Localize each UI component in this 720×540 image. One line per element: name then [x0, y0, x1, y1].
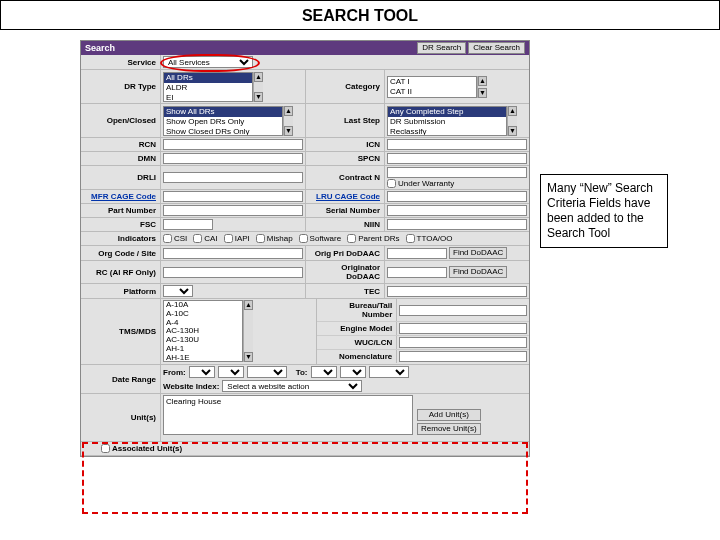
label-rc: RC (Al RF Only) [81, 261, 161, 283]
units-textarea[interactable]: Clearing House [163, 395, 413, 435]
search-panel: Search DR Search Clear Search Service Al… [80, 40, 530, 457]
label-service: Service [81, 55, 161, 69]
cai-checkbox[interactable]: CAI [193, 234, 217, 243]
scroll-down-icon[interactable]: ▼ [254, 92, 263, 102]
scroll-down-icon[interactable]: ▼ [508, 126, 517, 136]
dmn-input[interactable] [163, 153, 303, 164]
label-indicators: Indicators [81, 232, 161, 245]
software-checkbox[interactable]: Software [299, 234, 342, 243]
label-rcn: RCN [81, 138, 161, 151]
engine-model-input[interactable] [399, 323, 527, 334]
row-rc: RC (Al RF Only) Originator DoDAAC Find D… [81, 261, 529, 284]
under-warranty-checkbox[interactable]: Under Warranty [387, 179, 454, 188]
fsc-input[interactable] [163, 219, 213, 230]
label-mfr-cage[interactable]: MFR CAGE Code [81, 190, 161, 203]
ttoa-oo-checkbox[interactable]: TTOA/OO [406, 234, 453, 243]
label-bureau-tail: Bureau/Tail Number [317, 299, 397, 321]
to-year[interactable] [369, 366, 409, 378]
orig-pri-dodaac-input[interactable] [387, 248, 447, 259]
callout-text: Many “New” Search Criteria Fields have b… [547, 181, 653, 240]
rc-input[interactable] [163, 267, 303, 278]
iapi-checkbox[interactable]: IAPI [224, 234, 250, 243]
label-category: Category [305, 70, 385, 103]
label-serial-number: Serial Number [305, 204, 385, 217]
wuc-lcn-input[interactable] [399, 337, 527, 348]
platform-select[interactable] [163, 285, 193, 297]
niin-input[interactable] [387, 219, 527, 230]
rcn-input[interactable] [163, 139, 303, 150]
bureau-tail-input[interactable] [399, 305, 527, 316]
label-drli: DRLI [81, 166, 161, 189]
find-dodaac-button[interactable]: Find DoDAAC [449, 247, 507, 259]
originator-dodaac-input[interactable] [387, 267, 447, 278]
row-rcn-icn: RCN ICN [81, 138, 529, 152]
row-service: Service All Services [81, 55, 529, 70]
label-engine-model: Engine Model [317, 322, 397, 335]
label-from: From: [163, 368, 186, 377]
scroll-up-icon[interactable]: ▲ [284, 106, 293, 116]
dr-type-listbox[interactable]: All DRs ALDR EI [163, 72, 253, 102]
page-title: SEARCH TOOL [302, 7, 418, 24]
lru-cage-input[interactable] [387, 191, 527, 202]
category-listbox[interactable]: CAT I CAT II [387, 76, 477, 98]
scroll-up-icon[interactable]: ▲ [244, 300, 253, 310]
part-number-input[interactable] [163, 205, 303, 216]
mfr-cage-input[interactable] [163, 191, 303, 202]
nomenclature-input[interactable] [399, 351, 527, 362]
panel-header: Search DR Search Clear Search [81, 41, 529, 55]
scroll-up-icon[interactable]: ▲ [254, 72, 263, 82]
csi-checkbox[interactable]: CSI [163, 234, 187, 243]
label-platform: Platform [81, 284, 161, 298]
dr-search-button[interactable]: DR Search [417, 42, 466, 54]
callout-box: Many “New” Search Criteria Fields have b… [540, 174, 668, 248]
row-associated-units: Associated Unit(s) [81, 442, 529, 456]
label-dmn: DMN [81, 152, 161, 165]
clear-search-button[interactable]: Clear Search [468, 42, 525, 54]
to-month[interactable] [311, 366, 337, 378]
label-to: To: [296, 368, 308, 377]
service-select[interactable]: All Services [163, 56, 253, 68]
title-bar: SEARCH TOOL [0, 0, 720, 30]
label-contract-n: Contract N [305, 166, 385, 189]
label-icn: ICN [305, 138, 385, 151]
label-lru-cage[interactable]: LRU CAGE Code [305, 190, 385, 203]
row-platform-tec: Platform TEC [81, 284, 529, 299]
mishap-checkbox[interactable]: Mishap [256, 234, 293, 243]
contract-n-input[interactable] [387, 167, 527, 178]
from-month[interactable] [189, 366, 215, 378]
scroll-up-icon[interactable]: ▲ [508, 106, 517, 116]
scroll-up-icon[interactable]: ▲ [478, 76, 487, 86]
open-closed-listbox[interactable]: Show All DRs Show Open DRs Only Show Clo… [163, 106, 283, 136]
label-last-step: Last Step [305, 104, 385, 137]
serial-number-input[interactable] [387, 205, 527, 216]
row-indicators: Indicators CSI CAI IAPI Mishap Software … [81, 232, 529, 246]
parent-drs-checkbox[interactable]: Parent DRs [347, 234, 399, 243]
spcn-input[interactable] [387, 153, 527, 164]
row-cage: MFR CAGE Code LRU CAGE Code [81, 190, 529, 204]
last-step-listbox[interactable]: Any Completed Step DR Submission Reclass… [387, 106, 507, 136]
scroll-down-icon[interactable]: ▼ [478, 88, 487, 98]
tec-input[interactable] [387, 286, 527, 297]
website-action-select[interactable]: Select a website action [222, 380, 362, 392]
tms-listbox[interactable]: A-10A A-10C A-4 AC-130H AC-130U AH-1 AH-… [163, 300, 243, 362]
drli-input[interactable] [163, 172, 303, 183]
from-year[interactable] [247, 366, 287, 378]
remove-units-button[interactable]: Remove Unit(s) [417, 423, 481, 435]
label-tec: TEC [305, 284, 385, 298]
label-niin: NIIN [305, 218, 385, 231]
org-code-input[interactable] [163, 248, 303, 259]
from-day[interactable] [218, 366, 244, 378]
icn-input[interactable] [387, 139, 527, 150]
row-tmsmds: TMS/MDS A-10A A-10C A-4 AC-130H AC-130U … [81, 299, 529, 365]
find-dodaac-button-2[interactable]: Find DoDAAC [449, 266, 507, 278]
scroll-down-icon[interactable]: ▼ [244, 352, 253, 362]
label-units: Unit(s) [81, 394, 161, 441]
scroll-down-icon[interactable]: ▼ [284, 126, 293, 136]
row-dmn-spcn: DMN SPCN [81, 152, 529, 166]
add-units-button[interactable]: Add Unit(s) [417, 409, 481, 421]
row-units: Unit(s) Clearing House Add Unit(s) Remov… [81, 394, 529, 442]
to-day[interactable] [340, 366, 366, 378]
label-open-closed: Open/Closed [81, 104, 161, 137]
label-originator-dodaac: Originator DoDAAC [305, 261, 385, 283]
associated-units-checkbox[interactable]: Associated Unit(s) [101, 444, 182, 453]
